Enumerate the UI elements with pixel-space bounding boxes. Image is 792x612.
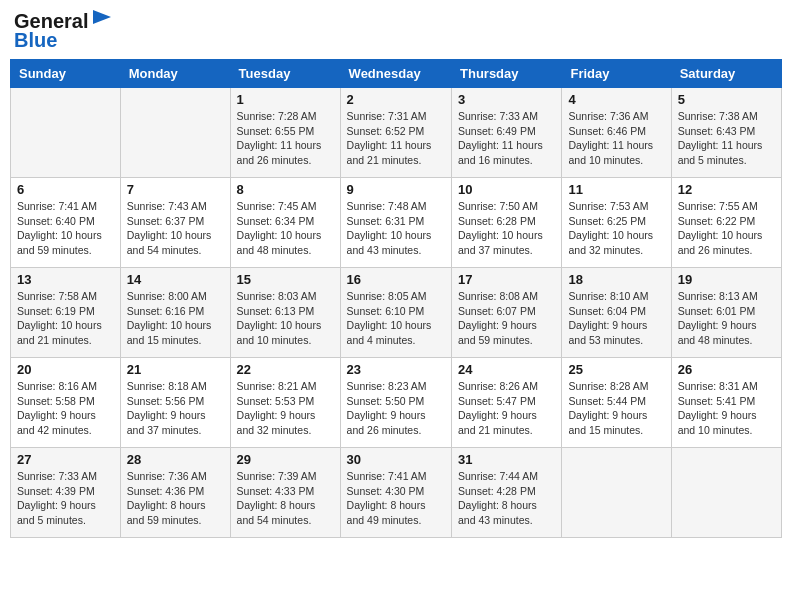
day-content: Sunrise: 7:31 AM Sunset: 6:52 PM Dayligh… xyxy=(347,109,445,168)
day-content: Sunrise: 7:33 AM Sunset: 4:39 PM Dayligh… xyxy=(17,469,114,528)
day-number: 21 xyxy=(127,362,224,377)
page-header: General Blue xyxy=(10,10,782,51)
day-number: 2 xyxy=(347,92,445,107)
day-number: 7 xyxy=(127,182,224,197)
day-number: 13 xyxy=(17,272,114,287)
header-day-friday: Friday xyxy=(562,60,671,88)
day-content: Sunrise: 7:41 AM Sunset: 4:30 PM Dayligh… xyxy=(347,469,445,528)
day-content: Sunrise: 7:43 AM Sunset: 6:37 PM Dayligh… xyxy=(127,199,224,258)
day-number: 23 xyxy=(347,362,445,377)
logo-blue: Blue xyxy=(14,29,57,51)
day-content: Sunrise: 7:48 AM Sunset: 6:31 PM Dayligh… xyxy=(347,199,445,258)
day-content: Sunrise: 8:28 AM Sunset: 5:44 PM Dayligh… xyxy=(568,379,664,438)
day-number: 25 xyxy=(568,362,664,377)
day-content: Sunrise: 8:21 AM Sunset: 5:53 PM Dayligh… xyxy=(237,379,334,438)
day-number: 31 xyxy=(458,452,555,467)
day-content: Sunrise: 8:18 AM Sunset: 5:56 PM Dayligh… xyxy=(127,379,224,438)
calendar-cell: 7Sunrise: 7:43 AM Sunset: 6:37 PM Daylig… xyxy=(120,178,230,268)
calendar-cell: 17Sunrise: 8:08 AM Sunset: 6:07 PM Dayli… xyxy=(452,268,562,358)
calendar-week-1: 1Sunrise: 7:28 AM Sunset: 6:55 PM Daylig… xyxy=(11,88,782,178)
calendar-cell: 16Sunrise: 8:05 AM Sunset: 6:10 PM Dayli… xyxy=(340,268,451,358)
day-content: Sunrise: 8:26 AM Sunset: 5:47 PM Dayligh… xyxy=(458,379,555,438)
calendar-body: 1Sunrise: 7:28 AM Sunset: 6:55 PM Daylig… xyxy=(11,88,782,538)
day-content: Sunrise: 8:08 AM Sunset: 6:07 PM Dayligh… xyxy=(458,289,555,348)
calendar-cell: 6Sunrise: 7:41 AM Sunset: 6:40 PM Daylig… xyxy=(11,178,121,268)
day-number: 24 xyxy=(458,362,555,377)
day-number: 5 xyxy=(678,92,775,107)
day-number: 12 xyxy=(678,182,775,197)
calendar-cell: 3Sunrise: 7:33 AM Sunset: 6:49 PM Daylig… xyxy=(452,88,562,178)
calendar-week-4: 20Sunrise: 8:16 AM Sunset: 5:58 PM Dayli… xyxy=(11,358,782,448)
day-number: 17 xyxy=(458,272,555,287)
day-content: Sunrise: 7:45 AM Sunset: 6:34 PM Dayligh… xyxy=(237,199,334,258)
calendar-cell: 4Sunrise: 7:36 AM Sunset: 6:46 PM Daylig… xyxy=(562,88,671,178)
day-content: Sunrise: 7:50 AM Sunset: 6:28 PM Dayligh… xyxy=(458,199,555,258)
day-number: 3 xyxy=(458,92,555,107)
header-day-sunday: Sunday xyxy=(11,60,121,88)
day-content: Sunrise: 8:10 AM Sunset: 6:04 PM Dayligh… xyxy=(568,289,664,348)
calendar-week-5: 27Sunrise: 7:33 AM Sunset: 4:39 PM Dayli… xyxy=(11,448,782,538)
day-number: 26 xyxy=(678,362,775,377)
calendar-cell: 27Sunrise: 7:33 AM Sunset: 4:39 PM Dayli… xyxy=(11,448,121,538)
calendar-cell: 23Sunrise: 8:23 AM Sunset: 5:50 PM Dayli… xyxy=(340,358,451,448)
day-number: 11 xyxy=(568,182,664,197)
calendar-cell: 15Sunrise: 8:03 AM Sunset: 6:13 PM Dayli… xyxy=(230,268,340,358)
calendar-cell: 24Sunrise: 8:26 AM Sunset: 5:47 PM Dayli… xyxy=(452,358,562,448)
day-content: Sunrise: 7:33 AM Sunset: 6:49 PM Dayligh… xyxy=(458,109,555,168)
day-content: Sunrise: 7:38 AM Sunset: 6:43 PM Dayligh… xyxy=(678,109,775,168)
calendar-cell: 26Sunrise: 8:31 AM Sunset: 5:41 PM Dayli… xyxy=(671,358,781,448)
calendar-cell xyxy=(11,88,121,178)
calendar-cell: 20Sunrise: 8:16 AM Sunset: 5:58 PM Dayli… xyxy=(11,358,121,448)
day-number: 6 xyxy=(17,182,114,197)
calendar-cell: 11Sunrise: 7:53 AM Sunset: 6:25 PM Dayli… xyxy=(562,178,671,268)
calendar-cell: 28Sunrise: 7:36 AM Sunset: 4:36 PM Dayli… xyxy=(120,448,230,538)
calendar-cell: 29Sunrise: 7:39 AM Sunset: 4:33 PM Dayli… xyxy=(230,448,340,538)
day-content: Sunrise: 7:58 AM Sunset: 6:19 PM Dayligh… xyxy=(17,289,114,348)
logo-flag-icon xyxy=(91,8,113,30)
header-day-monday: Monday xyxy=(120,60,230,88)
calendar-cell: 31Sunrise: 7:44 AM Sunset: 4:28 PM Dayli… xyxy=(452,448,562,538)
calendar-week-3: 13Sunrise: 7:58 AM Sunset: 6:19 PM Dayli… xyxy=(11,268,782,358)
day-number: 9 xyxy=(347,182,445,197)
day-content: Sunrise: 8:23 AM Sunset: 5:50 PM Dayligh… xyxy=(347,379,445,438)
calendar-cell xyxy=(120,88,230,178)
day-number: 1 xyxy=(237,92,334,107)
day-content: Sunrise: 7:44 AM Sunset: 4:28 PM Dayligh… xyxy=(458,469,555,528)
calendar-cell: 14Sunrise: 8:00 AM Sunset: 6:16 PM Dayli… xyxy=(120,268,230,358)
calendar-cell: 2Sunrise: 7:31 AM Sunset: 6:52 PM Daylig… xyxy=(340,88,451,178)
header-day-thursday: Thursday xyxy=(452,60,562,88)
day-number: 19 xyxy=(678,272,775,287)
calendar-cell: 18Sunrise: 8:10 AM Sunset: 6:04 PM Dayli… xyxy=(562,268,671,358)
day-number: 10 xyxy=(458,182,555,197)
day-number: 20 xyxy=(17,362,114,377)
day-number: 4 xyxy=(568,92,664,107)
day-number: 30 xyxy=(347,452,445,467)
calendar-cell: 22Sunrise: 8:21 AM Sunset: 5:53 PM Dayli… xyxy=(230,358,340,448)
day-number: 8 xyxy=(237,182,334,197)
calendar-cell: 9Sunrise: 7:48 AM Sunset: 6:31 PM Daylig… xyxy=(340,178,451,268)
logo: General Blue xyxy=(14,10,113,51)
day-content: Sunrise: 7:53 AM Sunset: 6:25 PM Dayligh… xyxy=(568,199,664,258)
calendar-header: SundayMondayTuesdayWednesdayThursdayFrid… xyxy=(11,60,782,88)
day-content: Sunrise: 8:31 AM Sunset: 5:41 PM Dayligh… xyxy=(678,379,775,438)
header-day-saturday: Saturday xyxy=(671,60,781,88)
day-number: 14 xyxy=(127,272,224,287)
day-number: 22 xyxy=(237,362,334,377)
day-content: Sunrise: 8:00 AM Sunset: 6:16 PM Dayligh… xyxy=(127,289,224,348)
day-content: Sunrise: 7:39 AM Sunset: 4:33 PM Dayligh… xyxy=(237,469,334,528)
calendar-cell: 1Sunrise: 7:28 AM Sunset: 6:55 PM Daylig… xyxy=(230,88,340,178)
calendar-cell: 8Sunrise: 7:45 AM Sunset: 6:34 PM Daylig… xyxy=(230,178,340,268)
calendar-week-2: 6Sunrise: 7:41 AM Sunset: 6:40 PM Daylig… xyxy=(11,178,782,268)
day-content: Sunrise: 8:16 AM Sunset: 5:58 PM Dayligh… xyxy=(17,379,114,438)
day-number: 16 xyxy=(347,272,445,287)
day-number: 27 xyxy=(17,452,114,467)
calendar-cell: 13Sunrise: 7:58 AM Sunset: 6:19 PM Dayli… xyxy=(11,268,121,358)
calendar-cell: 12Sunrise: 7:55 AM Sunset: 6:22 PM Dayli… xyxy=(671,178,781,268)
calendar-cell: 5Sunrise: 7:38 AM Sunset: 6:43 PM Daylig… xyxy=(671,88,781,178)
day-number: 15 xyxy=(237,272,334,287)
day-number: 28 xyxy=(127,452,224,467)
day-number: 29 xyxy=(237,452,334,467)
day-content: Sunrise: 7:55 AM Sunset: 6:22 PM Dayligh… xyxy=(678,199,775,258)
day-content: Sunrise: 7:36 AM Sunset: 6:46 PM Dayligh… xyxy=(568,109,664,168)
day-number: 18 xyxy=(568,272,664,287)
